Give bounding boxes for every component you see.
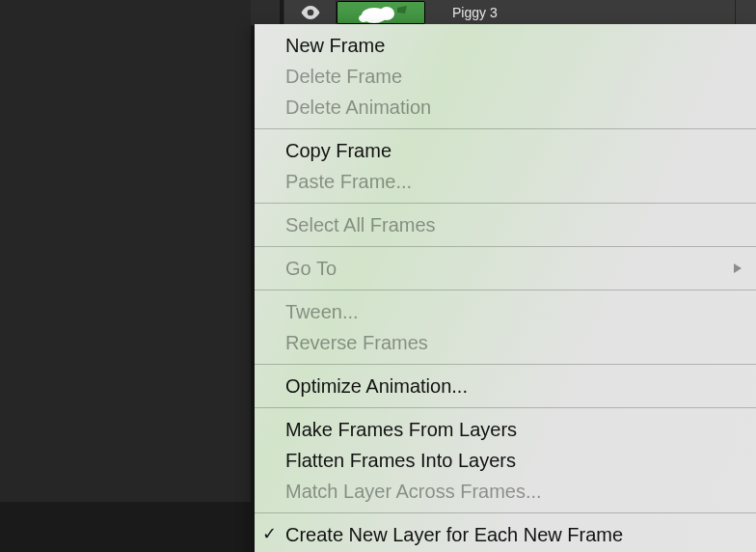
check-icon: ✓ xyxy=(262,521,277,546)
menu-label: Copy Frame xyxy=(285,138,392,163)
menu-create-new-layer-for-each-frame[interactable]: ✓ Create New Layer for Each New Frame xyxy=(255,519,756,550)
menu-label: Reverse Frames xyxy=(285,330,428,355)
menu-separator xyxy=(255,512,756,513)
menu-label: Go To xyxy=(285,256,337,281)
timeline-context-menu: New Frame Delete Frame Delete Animation … xyxy=(255,24,756,552)
menu-separator xyxy=(255,128,756,129)
menu-make-frames-from-layers[interactable]: Make Frames From Layers xyxy=(255,414,756,445)
svg-point-3 xyxy=(359,14,368,22)
menu-separator xyxy=(255,364,756,365)
menu-label: Paste Frame... xyxy=(285,169,412,194)
menu-label: Match Layer Across Frames... xyxy=(285,479,542,504)
menu-label: Delete Frame xyxy=(285,64,402,89)
menu-label: Optimize Animation... xyxy=(285,373,468,399)
row-right-spacer xyxy=(735,0,756,25)
menu-new-frame[interactable]: New Frame xyxy=(255,30,756,61)
menu-separator xyxy=(255,203,756,204)
menu-label: Make Frames From Layers xyxy=(285,417,517,442)
menu-paste-frame: Paste Frame... xyxy=(255,166,756,197)
timeline-column-divider xyxy=(280,0,284,25)
svg-point-0 xyxy=(307,10,313,16)
menu-label: Flatten Frames Into Layers xyxy=(285,448,516,473)
menu-label: Create New Layer for Each New Frame xyxy=(285,522,623,547)
menu-match-layer-across-frames: Match Layer Across Frames... xyxy=(255,476,756,507)
left-panel xyxy=(0,0,251,502)
menu-go-to: Go To xyxy=(255,253,756,284)
menu-separator xyxy=(255,290,756,290)
svg-point-2 xyxy=(379,7,394,20)
menu-delete-animation: Delete Animation xyxy=(255,92,756,123)
chevron-right-icon xyxy=(733,262,742,274)
menu-tween: Tween... xyxy=(255,296,756,327)
menu-label: Select All Frames xyxy=(285,212,436,237)
menu-flatten-frames-into-layers[interactable]: Flatten Frames Into Layers xyxy=(255,445,756,476)
menu-delete-frame: Delete Frame xyxy=(255,61,756,92)
menu-copy-frame[interactable]: Copy Frame xyxy=(255,135,756,166)
menu-reverse-frames: Reverse Frames xyxy=(255,327,756,358)
menu-separator xyxy=(255,407,756,408)
menu-select-all-frames: Select All Frames xyxy=(255,209,756,240)
visibility-toggle[interactable] xyxy=(284,0,337,25)
menu-optimize-animation[interactable]: Optimize Animation... xyxy=(255,371,756,401)
left-panel-footer xyxy=(0,502,251,552)
menu-separator xyxy=(255,246,756,247)
thumbnail-art xyxy=(355,4,407,23)
eye-icon xyxy=(301,6,320,19)
layer-thumbnail[interactable] xyxy=(337,1,425,24)
layer-row[interactable]: Piggy 3 xyxy=(284,0,756,25)
menu-label: Delete Animation xyxy=(285,95,431,120)
app-root: Piggy 3 New Frame Delete Frame Delete An… xyxy=(0,0,756,552)
menu-label: Tween... xyxy=(285,299,359,324)
menu-label: New Frame xyxy=(285,33,385,58)
layer-name-label[interactable]: Piggy 3 xyxy=(425,5,498,20)
